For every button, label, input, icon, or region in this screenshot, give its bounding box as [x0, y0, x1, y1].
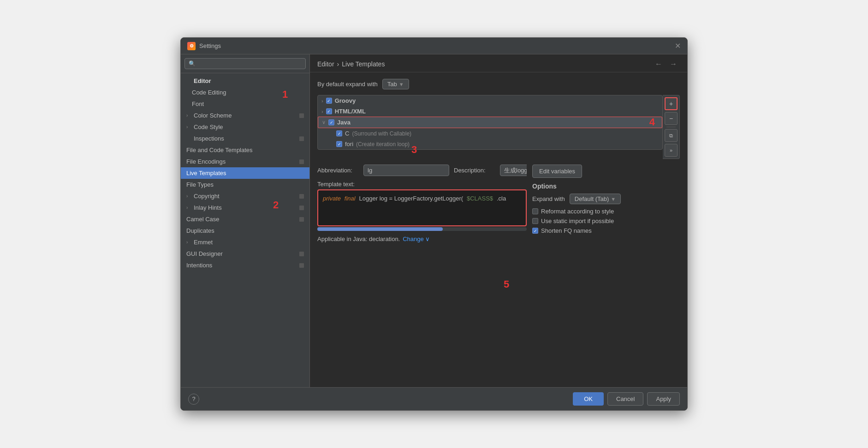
- apply-button[interactable]: Apply: [647, 392, 680, 406]
- template-toolbar: + − ⧉ »: [663, 95, 680, 159]
- item-checkbox-fori[interactable]: [336, 141, 342, 147]
- collapse-arrow-icon: ›: [321, 98, 323, 104]
- sidebar-item-font[interactable]: Font: [181, 98, 309, 110]
- description-input[interactable]: [500, 165, 527, 176]
- code-var-class: $CLASS$: [467, 195, 493, 202]
- expand-arrow: ›: [186, 240, 192, 245]
- abbreviation-row: Abbreviation: Description:: [317, 165, 527, 176]
- dialog-title: Settings: [199, 42, 221, 49]
- sidebar-item-gui-designer[interactable]: GUI Designer: [181, 248, 309, 259]
- template-group-java[interactable]: ∨ Java: [318, 117, 662, 128]
- expand-label: By default expand with: [317, 81, 378, 88]
- ok-button[interactable]: OK: [573, 392, 604, 406]
- static-import-label: Use static import if possible: [541, 218, 614, 224]
- item-desc-fori: (Create iteration loop): [356, 141, 410, 147]
- main-body: By default expand with Tab ▼ ›: [310, 72, 687, 387]
- breadcrumb: Editor › Live Templates: [317, 60, 385, 68]
- breadcrumb-separator: ›: [337, 60, 339, 68]
- template-text-label: Template text:: [317, 181, 527, 188]
- expand-dropdown[interactable]: Tab ▼: [382, 79, 409, 89]
- template-text-area[interactable]: private final Logger log = LoggerFactory…: [317, 189, 527, 226]
- sidebar-item-intentions[interactable]: Intentions: [181, 259, 309, 271]
- expand-arrow: ›: [186, 113, 192, 118]
- template-item-fori[interactable]: fori (Create iteration loop): [318, 139, 662, 149]
- applicable-row: Applicable in Java: declaration. Change …: [317, 236, 527, 242]
- expand-row: By default expand with Tab ▼: [317, 79, 680, 89]
- code-keyword-final: final: [345, 195, 356, 202]
- sidebar-item-file-code-templates[interactable]: File and Code Templates: [181, 144, 309, 156]
- sidebar-item-emmet[interactable]: › Emmet: [181, 236, 309, 248]
- template-item-c[interactable]: C (Surround with Callable): [318, 128, 662, 139]
- template-text-section: Template text: private final Logger log …: [317, 181, 527, 231]
- back-button[interactable]: ←: [652, 59, 665, 69]
- divider: [666, 127, 676, 127]
- change-link[interactable]: Change ∨: [403, 236, 430, 242]
- main-content: Editor › Live Templates ← → By default e…: [310, 54, 687, 387]
- sidebar-item-copyright[interactable]: › Copyright: [181, 190, 309, 202]
- horizontal-scrollbar[interactable]: [317, 227, 527, 231]
- help-button[interactable]: ?: [188, 394, 199, 405]
- template-group-htmlxml[interactable]: › HTML/XML: [318, 106, 662, 117]
- sidebar-item-file-types[interactable]: File Types: [181, 179, 309, 190]
- edit-variables-button[interactable]: Edit variables: [532, 165, 582, 178]
- close-button[interactable]: ✕: [675, 41, 681, 50]
- group-checkbox-groovy[interactable]: [326, 98, 332, 104]
- breadcrumb-parent: Editor: [317, 60, 334, 68]
- template-list-inner[interactable]: › Groovy › HTML/XML: [318, 95, 662, 149]
- chevron-down-icon: ▼: [399, 82, 404, 87]
- sidebar-item-live-templates[interactable]: Live Templates: [181, 167, 309, 179]
- template-group-groovy[interactable]: › Groovy: [318, 95, 662, 106]
- scroll-indicator: [299, 194, 304, 199]
- search-input[interactable]: [184, 58, 306, 69]
- options-label: Options: [532, 183, 680, 190]
- collapse-arrow-icon: ›: [321, 109, 323, 114]
- abbreviation-label: Abbreviation:: [317, 167, 359, 174]
- expand-arrow: ›: [186, 205, 192, 210]
- expand-with-row: Expand with Default (Tab) ▼: [532, 194, 680, 204]
- breadcrumb-current: Live Templates: [342, 60, 385, 68]
- group-checkbox-java[interactable]: [328, 119, 334, 125]
- cancel-button[interactable]: Cancel: [607, 392, 643, 406]
- abbreviation-input[interactable]: [363, 165, 449, 176]
- expand-with-dropdown[interactable]: Default (Tab) ▼: [570, 194, 621, 204]
- code-text-cla: .cla: [497, 195, 506, 202]
- title-bar: ⚙ Settings ✕: [181, 38, 687, 54]
- title-bar-left: ⚙ Settings: [187, 42, 221, 50]
- forward-button[interactable]: →: [667, 59, 680, 69]
- more-template-button[interactable]: »: [665, 144, 678, 157]
- group-label-groovy: Groovy: [335, 97, 356, 104]
- sidebar-item-inlay-hints[interactable]: › Inlay Hints: [181, 202, 309, 213]
- reformat-checkbox[interactable]: [532, 208, 538, 214]
- reformat-checkbox-row: Reformat according to style: [532, 208, 680, 215]
- add-template-button[interactable]: +: [665, 97, 678, 110]
- item-abbr-fori: fori: [345, 141, 353, 147]
- sidebar-item-duplicates[interactable]: Duplicates: [181, 225, 309, 236]
- scroll-indicator: [299, 159, 304, 164]
- static-import-checkbox[interactable]: [532, 218, 538, 224]
- chevron-down-icon: ▼: [611, 196, 616, 202]
- description-label: Description:: [454, 167, 495, 174]
- sidebar-item-code-style[interactable]: › Code Style: [181, 121, 309, 133]
- group-label-htmlxml: HTML/XML: [335, 108, 366, 115]
- scroll-indicator: [299, 136, 304, 141]
- sidebar-item-inspections[interactable]: Inspections: [181, 133, 309, 144]
- expand-with-label: Expand with: [532, 195, 565, 202]
- expand-arrow: ›: [186, 124, 192, 130]
- sidebar-item-color-scheme[interactable]: › Color Scheme: [181, 110, 309, 121]
- code-text: Logger log = LoggerFactory.getLogger(: [359, 195, 464, 202]
- item-checkbox-c[interactable]: [336, 130, 342, 136]
- item-abbr-c: C: [345, 130, 349, 137]
- reformat-label: Reformat according to style: [541, 208, 614, 215]
- copy-template-button[interactable]: ⧉: [665, 129, 678, 142]
- sidebar-item-camel-case[interactable]: Camel Case: [181, 213, 309, 225]
- dialog-content: Editor Code Editing Font › Color Scheme …: [181, 54, 687, 387]
- sidebar-item-editor[interactable]: Editor: [181, 75, 309, 87]
- remove-template-button[interactable]: −: [665, 112, 678, 125]
- group-checkbox-htmlxml[interactable]: [326, 108, 332, 114]
- sidebar-item-file-encodings[interactable]: File Encodings: [181, 156, 309, 167]
- shorten-fq-checkbox[interactable]: [532, 228, 538, 234]
- sidebar: Editor Code Editing Font › Color Scheme …: [181, 54, 310, 387]
- sidebar-item-code-editing[interactable]: Code Editing: [181, 87, 309, 98]
- search-box: [181, 54, 309, 73]
- template-list-area: › Groovy › HTML/XML: [317, 95, 663, 159]
